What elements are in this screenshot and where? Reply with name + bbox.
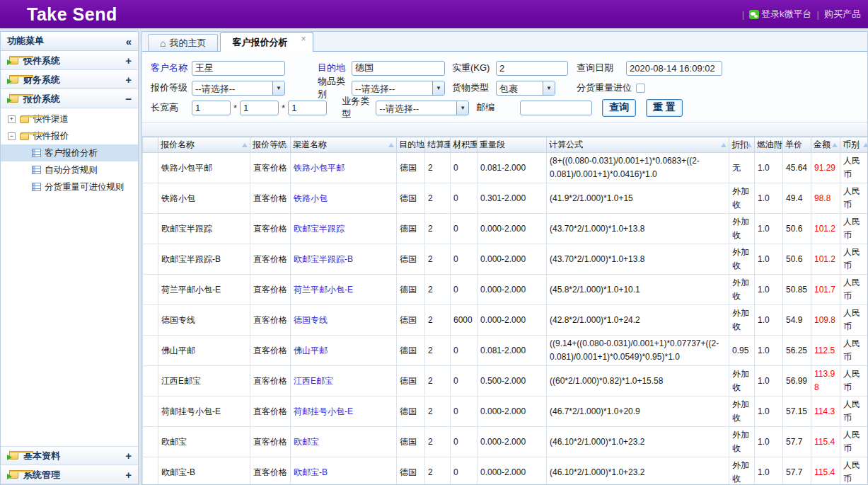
cell-channel-name[interactable]: 欧邮宝	[291, 427, 397, 457]
tree-leaf-distribute-weight-carry-rule[interactable]: 分货重量可进位规则	[1, 178, 138, 195]
width-input[interactable]	[240, 101, 279, 115]
expand-plus-icon[interactable]: +	[125, 450, 132, 462]
collapse-sidebar-icon[interactable]: «	[126, 35, 132, 47]
col-header-channel-name[interactable]: 渠道名称	[291, 137, 397, 153]
tab-my-home[interactable]: ⌂ 我的主页	[148, 34, 218, 51]
buy-product-link[interactable]: 购买产品	[824, 8, 861, 21]
cell-channel-name[interactable]: 铁路小包	[291, 183, 397, 214]
sort-asc-icon[interactable]	[242, 143, 248, 147]
cell-currency: 人民币	[840, 244, 868, 275]
cell-channel-name[interactable]: 佛山平邮	[291, 336, 397, 366]
col-header-destination[interactable]: 目的地	[397, 137, 425, 153]
sort-asc-icon[interactable]	[388, 143, 394, 147]
reset-button[interactable]: 重 置	[646, 99, 683, 117]
login-kwei-link[interactable]: 登录k微平台	[749, 8, 812, 21]
cell-select	[143, 244, 158, 275]
cell-channel-name[interactable]: 欧邮宝半跟踪	[291, 214, 397, 244]
col-header-weight-range[interactable]: 重量段	[478, 137, 547, 153]
cell-billed-weight: 2	[425, 305, 451, 336]
quote-grade-select[interactable]: --请选择-- ▼	[192, 81, 285, 96]
app-header: Take Send | 登录k微平台 | 购买产品	[0, 0, 868, 28]
col-header-label: 渠道名称	[293, 139, 327, 149]
zip-input[interactable]	[520, 101, 592, 115]
sort-asc-icon[interactable]	[469, 143, 475, 147]
tree-collapse-icon[interactable]: −	[8, 132, 16, 140]
cell-destination: 德国	[397, 336, 425, 366]
cargo-type-select[interactable]: 包裹 ▼	[496, 81, 555, 96]
sort-asc-icon[interactable]	[775, 143, 780, 147]
cell-quote-grade: 直客价格	[250, 275, 291, 305]
sort-asc-icon[interactable]	[721, 143, 727, 147]
cell-unit-price: 57.15	[783, 396, 811, 427]
tab-customer-quote-analysis[interactable]: 客户报价分析 ×	[220, 32, 313, 52]
sidebar-group-system-manage[interactable]: 系统管理 +	[1, 465, 138, 484]
cell-fuel-surcharge: 1.0	[755, 214, 783, 244]
sort-asc-icon[interactable]	[442, 143, 448, 147]
close-tab-icon[interactable]: ×	[301, 34, 306, 44]
cell-quote-grade: 直客价格	[250, 396, 291, 427]
col-header-label: 重量段	[480, 139, 505, 149]
expand-plus-icon[interactable]: +	[125, 469, 132, 481]
search-button[interactable]: 查询	[602, 99, 636, 117]
col-header-amount[interactable]: 金额	[811, 137, 840, 153]
col-header-quote-grade[interactable]: 报价等级	[250, 137, 291, 153]
table-row: 欧邮宝半跟踪直客价格欧邮宝半跟踪德国200.000-2.000(43.70*2/…	[143, 214, 868, 244]
col-header-formula[interactable]: 计算公式	[547, 137, 729, 153]
cell-quote-name: 佛山平邮	[158, 336, 250, 366]
cell-quote-name: 荷邮挂号小包-E	[158, 396, 250, 427]
cell-channel-name[interactable]: 欧邮宝-B	[291, 457, 397, 485]
cell-fuel-surcharge: 1.0	[755, 244, 783, 275]
cell-channel-name[interactable]: 荷邮挂号小包-E	[291, 396, 397, 427]
business-type-select[interactable]: --请选择-- ▼	[376, 101, 469, 115]
sidebar-group-finance-system[interactable]: 财务系统 +	[1, 70, 138, 89]
sort-asc-icon[interactable]	[282, 143, 288, 147]
tree-expand-icon[interactable]: +	[8, 115, 16, 123]
collapse-minus-icon[interactable]: −	[125, 93, 132, 105]
query-date-input[interactable]	[626, 61, 722, 76]
cell-channel-name[interactable]: 荷兰平邮小包-E	[291, 275, 397, 305]
cell-currency: 人民币	[840, 396, 868, 427]
carry-weight-checkbox[interactable]	[636, 84, 645, 93]
cell-weight-range: 0.000-2.000	[478, 305, 547, 336]
cell-unit-price: 50.85	[783, 275, 811, 305]
destination-input[interactable]	[352, 61, 445, 76]
sort-asc-icon[interactable]	[832, 143, 838, 147]
cell-channel-name[interactable]: 铁路小包平邮	[291, 153, 397, 183]
length-input[interactable]	[192, 101, 231, 115]
tree-leaf-customer-quote-analysis[interactable]: 客户报价分析	[1, 144, 138, 161]
cell-fuel-surcharge: 1.0	[755, 366, 783, 396]
height-input[interactable]	[288, 101, 327, 115]
tree-node-express-channel[interactable]: + 快件渠道	[1, 110, 138, 127]
cell-channel-name[interactable]: 江西E邮宝	[291, 366, 397, 396]
sort-asc-icon[interactable]	[746, 143, 752, 147]
col-header-currency[interactable]: 币别	[840, 137, 868, 153]
col-header-fuel-surcharge[interactable]: 燃油附加	[755, 137, 783, 153]
tree-node-express-quote[interactable]: − 快件报价	[1, 127, 138, 144]
sort-asc-icon[interactable]	[417, 143, 422, 147]
cell-channel-name[interactable]: 欧邮宝半跟踪-B	[291, 244, 397, 275]
sidebar-group-quote-system[interactable]: 报价系统 −	[1, 89, 138, 108]
col-header-volume-weight[interactable]: 材积重	[451, 137, 478, 153]
customer-name-input[interactable]	[192, 61, 285, 76]
col-header-unit-price[interactable]: 单价	[783, 137, 811, 153]
expand-plus-icon[interactable]: +	[125, 74, 132, 86]
col-header-discount[interactable]: 折扣	[729, 137, 755, 153]
tree-leaf-auto-distribute-rule[interactable]: 自动分货规则	[1, 161, 138, 178]
cell-quote-grade: 直客价格	[250, 366, 291, 396]
separator: |	[742, 9, 744, 20]
cell-amount: 98.8	[811, 183, 840, 214]
cell-fuel-surcharge: 1.0	[755, 336, 783, 366]
actual-weight-input[interactable]	[496, 61, 568, 76]
col-header-billed-weight[interactable]: 结算重	[425, 137, 451, 153]
sidebar-group-express-system[interactable]: 快件系统 +	[1, 51, 138, 70]
cell-quote-grade: 直客价格	[250, 153, 291, 183]
item-category-select[interactable]: --请选择-- ▼	[352, 81, 445, 96]
table-row: 欧邮宝直客价格欧邮宝德国200.000-2.000(46.10*2/1.000)…	[143, 427, 868, 457]
cell-channel-name[interactable]: 德国专线	[291, 305, 397, 336]
sort-asc-icon[interactable]	[863, 143, 867, 147]
col-header-quote-name[interactable]: 报价名称	[158, 137, 250, 153]
expand-plus-icon[interactable]: +	[125, 55, 132, 67]
tree-leaf-label: 自动分货规则	[45, 164, 98, 176]
cell-select	[143, 457, 158, 485]
sidebar-group-basic-data[interactable]: 基本资料 +	[1, 446, 138, 465]
